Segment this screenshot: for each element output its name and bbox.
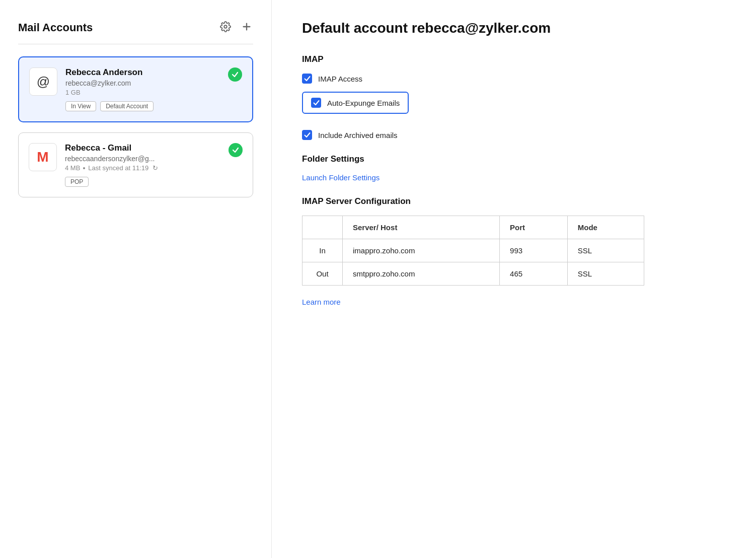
account-name-gmail: Rebecca - Gmail (65, 143, 243, 153)
badge-in-view: In View (65, 101, 96, 111)
account-meta-zoho: 1 GB (65, 89, 242, 96)
account-card-inner: @ Rebecca Anderson rebecca@zylker.com 1 … (29, 67, 242, 111)
account-card-gmail[interactable]: M Rebecca - Gmail rebeccaandersonzylker@… (18, 132, 253, 197)
right-panel: Default account rebecca@zylker.com IMAP … (272, 0, 756, 558)
sync-icon: ↻ (153, 164, 158, 172)
header-divider (18, 44, 253, 44)
folder-settings-section: Folder Settings Launch Folder Settings (302, 154, 726, 182)
table-row: Out smtppro.zoho.com 465 SSL (303, 262, 644, 286)
check-icon-zoho (228, 67, 242, 82)
imap-section: IMAP IMAP Access Auto-Expunge Emails (302, 54, 726, 140)
imap-access-label: IMAP Access (318, 75, 362, 83)
gear-button[interactable] (219, 20, 232, 35)
account-avatar-gmail: M (29, 143, 57, 171)
include-archived-label: Include Archived emails (318, 131, 398, 140)
left-panel: Mail Accounts @ Rebecca Anderson re (0, 0, 272, 558)
gear-icon (220, 21, 231, 32)
table-header-direction (303, 216, 343, 239)
imap-access-row: IMAP Access (302, 74, 726, 84)
include-archived-row: Include Archived emails (302, 130, 726, 140)
account-info-gmail: Rebecca - Gmail rebeccaandersonzylker@g.… (65, 143, 243, 187)
include-archived-checkbox[interactable] (302, 130, 312, 140)
panel-title: Mail Accounts (18, 21, 93, 34)
row-host-in: imappro.zoho.com (343, 239, 500, 262)
page-title: Default account rebecca@zylker.com (302, 20, 726, 36)
account-name-zoho: Rebecca Anderson (65, 67, 242, 78)
account-storage-gmail: 4 MB (65, 164, 80, 172)
add-account-button[interactable] (240, 20, 253, 35)
row-direction-in: In (303, 239, 343, 262)
server-config-table: Server/ Host Port Mode In imappro.zoho.c… (302, 216, 644, 286)
row-direction-out: Out (303, 262, 343, 286)
svg-point-0 (224, 25, 227, 28)
account-card-inner-gmail: M Rebecca - Gmail rebeccaandersonzylker@… (29, 143, 243, 187)
account-badges-gmail: POP (65, 177, 243, 187)
account-badges-zoho: In View Default Account (65, 101, 242, 111)
table-header-row: Server/ Host Port Mode (303, 216, 644, 239)
account-avatar-zoho: @ (29, 67, 57, 96)
table-header-mode: Mode (567, 216, 644, 239)
server-config-title: IMAP Server Configuration (302, 196, 726, 206)
row-port-in: 993 (500, 239, 568, 262)
account-storage-zoho: 1 GB (65, 89, 81, 96)
auto-expunge-row: Auto-Expunge Emails (302, 92, 409, 114)
folder-settings-title: Folder Settings (302, 154, 726, 164)
account-sync-time: Last synced at 11:19 (88, 164, 148, 172)
launch-folder-settings-link[interactable]: Launch Folder Settings (302, 173, 380, 182)
server-config-section: IMAP Server Configuration Server/ Host P… (302, 196, 726, 307)
dot-separator (83, 167, 85, 169)
row-mode-in: SSL (567, 239, 644, 262)
badge-default-account: Default Account (100, 101, 154, 111)
account-info-zoho: Rebecca Anderson rebecca@zylker.com 1 GB… (65, 67, 242, 111)
row-host-out: smtppro.zoho.com (343, 262, 500, 286)
row-port-out: 465 (500, 262, 568, 286)
account-email-gmail: rebeccaandersonzylker@g... (65, 155, 243, 163)
auto-expunge-label: Auto-Expunge Emails (327, 99, 400, 107)
check-icon-gmail (229, 143, 243, 157)
account-email-zoho: rebecca@zylker.com (65, 79, 242, 87)
account-meta-gmail: 4 MB Last synced at 11:19 ↻ (65, 164, 243, 172)
table-header-port: Port (500, 216, 568, 239)
table-header-host: Server/ Host (343, 216, 500, 239)
auto-expunge-checkbox[interactable] (311, 98, 321, 108)
imap-access-checkbox[interactable] (302, 74, 312, 84)
row-mode-out: SSL (567, 262, 644, 286)
table-row: In imappro.zoho.com 993 SSL (303, 239, 644, 262)
plus-icon (241, 21, 252, 32)
badge-pop: POP (65, 177, 89, 187)
imap-section-title: IMAP (302, 54, 726, 64)
learn-more-link[interactable]: Learn more (302, 298, 341, 306)
header-icons (219, 20, 253, 35)
panel-header: Mail Accounts (18, 20, 253, 35)
account-card-zoho[interactable]: @ Rebecca Anderson rebecca@zylker.com 1 … (18, 56, 253, 122)
